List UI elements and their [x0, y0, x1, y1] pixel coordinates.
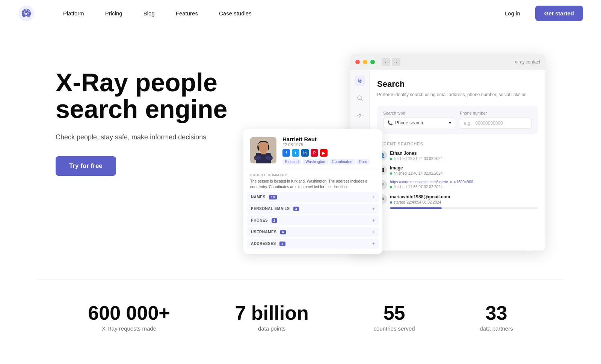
browser-forward-button[interactable]: ›: [392, 58, 400, 66]
login-button[interactable]: Log in: [499, 7, 526, 20]
logo[interactable]: [18, 5, 35, 22]
hero-subtitle: Check people, stay safe, make informed d…: [56, 133, 228, 141]
status-dot-3: [390, 186, 392, 188]
profile-tags: Kirkland Washington Coordinates Door: [282, 159, 376, 165]
search-type-label: Search type: [383, 111, 455, 115]
recent-item-1[interactable]: 👤 Ethan Jones finished 12:31:24 03.02.20…: [377, 151, 538, 161]
svg-line-3: [361, 99, 362, 101]
dot-yellow: [363, 60, 367, 64]
recent-status-1: finished: [394, 157, 406, 161]
pinterest-icon[interactable]: P: [311, 149, 318, 157]
recent-meta-2: finished 11:40:14 02.02.2024: [390, 171, 538, 175]
youtube-icon[interactable]: ▶: [320, 149, 328, 157]
profile-tag-kirkland: Kirkland: [282, 159, 301, 165]
linkedin-icon[interactable]: in: [301, 149, 309, 157]
navbar: Platform Pricing Blog Features Case stud…: [0, 0, 601, 27]
data-row-addresses[interactable]: ADDRESSES 1 +: [247, 239, 379, 249]
data-row-usernames-expand[interactable]: +: [372, 229, 375, 235]
nav-case-studies[interactable]: Case studies: [208, 0, 262, 27]
stat-requests: 600 000+ X-Ray requests made: [88, 302, 170, 332]
profile-card-header: Harriett Reut 22.08.1975 f t in P ▶ Kirk…: [243, 129, 382, 169]
status-dot-2: [390, 172, 392, 175]
recent-status-2: finished: [394, 171, 406, 175]
recent-time-4: 22:40:54 08.02.2024: [407, 200, 441, 204]
twitter-icon[interactable]: t: [292, 149, 299, 157]
search-section-title: Search: [377, 79, 538, 89]
dot-red: [355, 60, 360, 64]
profile-name: Harriett Reut: [282, 136, 376, 142]
phone-input[interactable]: e.g. +00000000000: [460, 118, 532, 129]
stat-data-points-label: data points: [235, 325, 308, 332]
data-row-emails[interactable]: PERSONAL EMAILS 4 +: [247, 204, 379, 214]
status-dot-4: [390, 201, 392, 204]
sidebar-logo-icon[interactable]: [355, 76, 365, 86]
search-section-desc: Perform identity search using email addr…: [377, 91, 538, 98]
stat-data-points: 7 billion data points: [235, 302, 308, 332]
browser-url: x-ray.contact: [406, 59, 540, 65]
recent-info-3: https://source.unsplash.com/user/c_v_r/1…: [390, 180, 538, 189]
data-row-names[interactable]: NAMES 10 +: [247, 192, 379, 202]
profile-tag-coordinates: Coordinates: [329, 159, 355, 165]
recent-status-3: finished: [394, 185, 406, 189]
status-dot-1: [390, 158, 392, 160]
recent-info-1: Ethan Jones finished 12:31:24 03.02.2024: [390, 151, 538, 161]
stat-countries-label: countries served: [374, 325, 415, 332]
data-row-phones[interactable]: PHONES 2 +: [247, 215, 379, 225]
browser-content: Search Perform identity search using ema…: [370, 70, 545, 251]
nav-blog[interactable]: Blog: [133, 0, 165, 27]
data-row-names-count: 10: [269, 195, 277, 199]
profile-socials: f t in P ▶: [282, 149, 376, 157]
hero-right: ‹ › x-ray.contact: [243, 54, 545, 257]
data-row-usernames-label: USERNAMES 6: [251, 230, 286, 234]
progress-bar-fill: [390, 207, 442, 209]
data-row-emails-expand[interactable]: +: [372, 206, 375, 211]
data-row-addresses-expand[interactable]: +: [372, 241, 375, 246]
try-free-button[interactable]: Try for free: [56, 156, 116, 176]
svg-point-1: [357, 78, 363, 84]
logo-icon: [18, 5, 35, 22]
progress-bar: [390, 207, 538, 209]
hero-section: X-Ray people search engine Check people,…: [38, 27, 563, 279]
nav-actions: Log in Get started: [499, 6, 583, 21]
nav-pricing[interactable]: Pricing: [95, 0, 133, 27]
recent-item-2[interactable]: 🖼 Image finished 11:40:14 02.02.2024: [377, 165, 538, 175]
data-row-names-expand[interactable]: +: [372, 194, 375, 200]
search-type-col: Search type 📞 Phone search ▾: [383, 111, 455, 129]
recent-time-2: 11:40:14 02.02.2024: [408, 171, 442, 175]
get-started-button[interactable]: Get started: [535, 6, 583, 21]
profile-summary-text: The person is located in Kirkland, Washi…: [250, 178, 376, 190]
profile-tag-washington: Washington: [303, 159, 328, 165]
data-row-names-label: NAMES 10: [251, 195, 277, 199]
dot-green: [370, 60, 375, 64]
profile-card: Harriett Reut 22.08.1975 f t in P ▶ Kirk…: [243, 129, 382, 254]
svg-point-11: [258, 142, 269, 153]
search-form: Search type 📞 Phone search ▾ Phone numbe…: [377, 106, 538, 134]
data-row-phones-expand[interactable]: +: [372, 217, 375, 223]
sidebar-search-icon[interactable]: [355, 93, 365, 103]
facebook-icon[interactable]: f: [282, 149, 290, 157]
recent-info-4: mariawhite1988@gmail.com started 22:40:5…: [390, 194, 538, 209]
recent-time-1: 12:31:24 03.02.2024: [408, 157, 442, 161]
browser-titlebar: ‹ › x-ray.contact: [350, 54, 545, 70]
nav-platform[interactable]: Platform: [53, 0, 95, 27]
profile-summary-label: PROFILE SUMMARY: [250, 173, 376, 177]
recent-meta-4: started 22:40:54 08.02.2024: [390, 200, 538, 204]
data-row-addresses-count: 1: [279, 242, 285, 246]
svg-point-2: [358, 96, 361, 100]
recent-status-4: started: [394, 200, 405, 204]
recent-info-2: Image finished 11:40:14 02.02.2024: [390, 165, 538, 175]
nav-links: Platform Pricing Blog Features Case stud…: [53, 0, 499, 27]
svg-point-4: [359, 115, 361, 116]
data-row-emails-count: 4: [293, 207, 299, 211]
stat-requests-label: X-Ray requests made: [88, 325, 170, 332]
browser-back-button[interactable]: ‹: [382, 58, 390, 66]
recent-item-3[interactable]: 🔗 https://source.unsplash.com/user/c_v_r…: [377, 180, 538, 190]
recent-meta-3: finished 11:36:07 02.02.2024: [390, 185, 538, 189]
nav-features[interactable]: Features: [165, 0, 208, 27]
recent-item-4[interactable]: ✉ mariawhite1988@gmail.com started 22:40…: [377, 194, 538, 209]
search-type-select[interactable]: 📞 Phone search ▾: [383, 118, 455, 128]
phone-number-col: Phone number e.g. +00000000000: [460, 111, 532, 129]
data-row-usernames[interactable]: USERNAMES 6 +: [247, 227, 379, 237]
sidebar-settings-icon[interactable]: [355, 110, 365, 121]
profile-tag-door: Door: [356, 159, 370, 165]
